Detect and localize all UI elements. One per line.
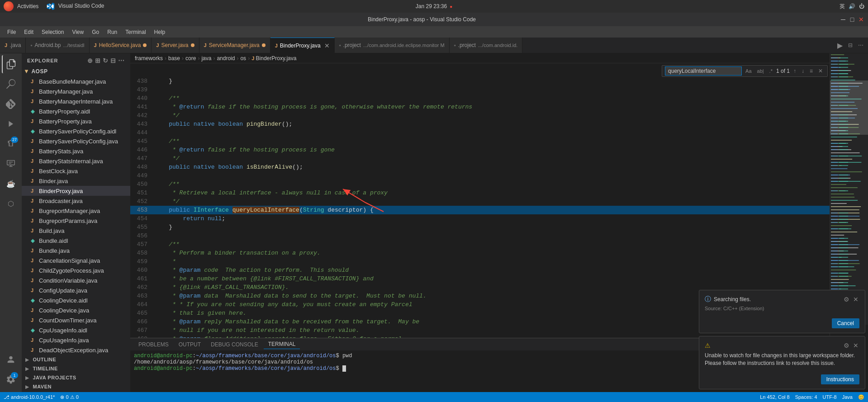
find-prev[interactable]: ↑ xyxy=(792,67,798,75)
tab-project-1[interactable]: ◦ .project .../com.android.ide.eclipse.m… xyxy=(335,38,450,53)
tab-android-bp[interactable]: ◦ Android.bp .../testaidl xyxy=(26,38,89,53)
activity-btn-java[interactable]: ☕ xyxy=(2,175,20,193)
status-position[interactable]: Ln 452, Col 8 xyxy=(760,394,789,400)
breadcrumb-base[interactable]: base xyxy=(168,55,180,61)
status-encoding[interactable]: UTF-8 xyxy=(823,394,837,400)
status-branch[interactable]: ⎇ android-10.0.0_r41* xyxy=(4,394,55,400)
file-coolingdevice-java[interactable]: J CoolingDevice.java xyxy=(22,305,130,315)
file-childzygoteprocess[interactable]: J ChildZygoteProcess.java xyxy=(22,265,130,275)
split-editor-button[interactable]: ⊟ xyxy=(846,41,854,49)
notification-gear-btn-2[interactable]: ⚙ xyxy=(843,341,850,350)
find-match-word[interactable]: ab| xyxy=(755,67,766,75)
menu-terminal[interactable]: Terminal xyxy=(122,28,149,36)
file-batteryproperty-aidl[interactable]: ◈ BatteryProperty.aidl xyxy=(22,106,130,116)
breadcrumb-frameworks[interactable]: frameworks xyxy=(135,55,163,61)
minimize-button[interactable]: ─ xyxy=(840,16,846,23)
file-build[interactable]: J Build.java xyxy=(22,226,130,236)
tab-terminal[interactable]: TERMINAL xyxy=(264,340,300,349)
notification-gear-btn-1[interactable]: ⚙ xyxy=(843,295,850,304)
tab-project-2[interactable]: ◦ .project .../com.android.id. xyxy=(450,38,523,53)
status-language[interactable]: Java xyxy=(842,394,853,400)
more-actions-button[interactable]: ⋯ xyxy=(856,41,865,49)
status-feedback[interactable]: 😊 xyxy=(858,394,864,400)
timeline-section[interactable]: TIMELINE xyxy=(22,364,130,373)
menu-file[interactable]: File xyxy=(4,28,19,36)
find-next[interactable]: ↓ xyxy=(800,67,806,75)
firefox-icon[interactable] xyxy=(4,1,14,11)
breadcrumb-file[interactable]: J BinderProxy.java xyxy=(251,55,296,61)
menu-edit[interactable]: Edit xyxy=(20,28,37,36)
activity-btn-account[interactable] xyxy=(2,350,20,369)
activity-btn-run[interactable] xyxy=(2,115,20,133)
file-batterysaverpolicyconfig-java[interactable]: J BatterySaverPolicyConfig.java xyxy=(22,136,130,146)
notification-close-btn-1[interactable]: ✕ xyxy=(852,295,859,304)
tab-servicemanager[interactable]: J ServiceManager.java xyxy=(199,38,270,53)
find-close[interactable]: ✕ xyxy=(816,67,825,75)
file-coolingdevice-aidl[interactable]: ◈ CoolingDevice.aidl xyxy=(22,295,130,305)
file-batterystats[interactable]: J BatteryStats.java xyxy=(22,146,130,156)
new-file-btn[interactable]: ⊕ xyxy=(87,57,93,64)
activity-btn-extensions[interactable]: 27 xyxy=(2,135,20,153)
run-button[interactable]: ▶ xyxy=(835,40,844,51)
tab-java-1[interactable]: J .java xyxy=(0,38,26,53)
volume-icon[interactable]: 🔊 xyxy=(849,3,855,9)
outline-section[interactable]: OUTLINE xyxy=(22,355,130,364)
menu-go[interactable]: Go xyxy=(88,28,103,36)
aosp-root[interactable]: ▼ AOSP xyxy=(22,66,130,76)
instructions-button[interactable]: Instructions xyxy=(821,374,859,384)
menu-run[interactable]: Run xyxy=(104,28,121,36)
file-binderproxy[interactable]: J BinderProxy.java xyxy=(22,186,130,196)
menu-help[interactable]: Help xyxy=(151,28,169,36)
file-bugreportparams[interactable]: J BugreportParams.java xyxy=(22,216,130,226)
file-cpuusageinfo-aidl[interactable]: ◈ CpuUsageInfo.aidl xyxy=(22,325,130,335)
power-icon[interactable]: ⏻ xyxy=(859,3,864,9)
file-batterysaverpolicyconfig-aidl[interactable]: ◈ BatterySaverPolicyConfig.aidl xyxy=(22,126,130,136)
collapse-btn[interactable]: ⊟ xyxy=(110,57,116,64)
tab-server[interactable]: J Server.java xyxy=(152,38,199,53)
java-projects-section[interactable]: JAVA PROJECTS xyxy=(22,373,130,382)
breadcrumb-core[interactable]: core xyxy=(185,55,196,61)
file-countdowntimer[interactable]: J CountDownTimer.java xyxy=(22,315,130,325)
new-folder-btn[interactable]: ⊞ xyxy=(95,57,101,64)
file-bestclock[interactable]: J BestClock.java xyxy=(22,166,130,176)
file-configupdate[interactable]: J ConfigUpdate.java xyxy=(22,285,130,295)
find-match-case[interactable]: Aa xyxy=(744,67,753,75)
refresh-btn[interactable]: ↻ xyxy=(103,57,109,64)
menu-view[interactable]: View xyxy=(68,28,87,36)
notification-close-btn-2[interactable]: ✕ xyxy=(852,341,859,350)
more-actions-btn[interactable]: ⋯ xyxy=(118,57,125,64)
breadcrumb-os[interactable]: os xyxy=(240,55,246,61)
activity-btn-search[interactable] xyxy=(2,75,20,93)
find-regex[interactable]: .* xyxy=(768,67,774,75)
file-binder[interactable]: J Binder.java xyxy=(22,176,130,186)
notification-cancel-btn[interactable]: Cancel xyxy=(832,318,859,328)
tab-binderproxy[interactable]: J BinderProxy.java ✕ xyxy=(270,38,335,53)
maven-section[interactable]: MAVEN xyxy=(22,382,130,391)
file-deadobjectexception[interactable]: J DeadObjectException.java xyxy=(22,345,130,355)
file-bundle-java[interactable]: J Bundle.java xyxy=(22,246,130,255)
breadcrumb-android[interactable]: android xyxy=(217,55,235,61)
maximize-button[interactable]: □ xyxy=(849,16,855,23)
file-cpuusageinfo-java[interactable]: J CpuUsageInfo.java xyxy=(22,335,130,345)
find-input[interactable] xyxy=(665,66,742,76)
activity-btn-settings[interactable]: 1 xyxy=(2,370,20,388)
tab-problems[interactable]: PROBLEMS xyxy=(134,340,173,349)
status-spaces[interactable]: Spaces: 4 xyxy=(795,394,817,400)
file-conditionvariable[interactable]: J ConditionVariable.java xyxy=(22,275,130,285)
activity-btn-explorer[interactable] xyxy=(2,55,20,73)
tab-debug-console[interactable]: DEBUG CONSOLE xyxy=(206,340,263,349)
tab-close-btn[interactable]: ✕ xyxy=(324,42,330,49)
file-cancellationsignal[interactable]: J CancellationSignal.java xyxy=(22,255,130,265)
file-batterymanager[interactable]: J BatteryManager.java xyxy=(22,86,130,96)
activity-btn-remote[interactable] xyxy=(2,155,20,173)
status-errors[interactable]: ⊗ 0 ⚠ 0 xyxy=(60,394,78,400)
menu-selection[interactable]: Selection xyxy=(38,28,67,36)
tab-helloservice[interactable]: J HelloService.java xyxy=(90,38,152,53)
close-button[interactable]: ✕ xyxy=(858,16,864,23)
file-bugreportmanager[interactable]: J BugreportManager.java xyxy=(22,206,130,216)
file-batteryproperty-java[interactable]: J BatteryProperty.java xyxy=(22,116,130,126)
activity-btn-git[interactable] xyxy=(2,95,20,113)
find-more-options[interactable]: ≡ xyxy=(808,67,815,75)
file-bundle-aidl[interactable]: ◈ Bundle.aidl xyxy=(22,236,130,246)
tab-output[interactable]: OUTPUT xyxy=(174,340,205,349)
